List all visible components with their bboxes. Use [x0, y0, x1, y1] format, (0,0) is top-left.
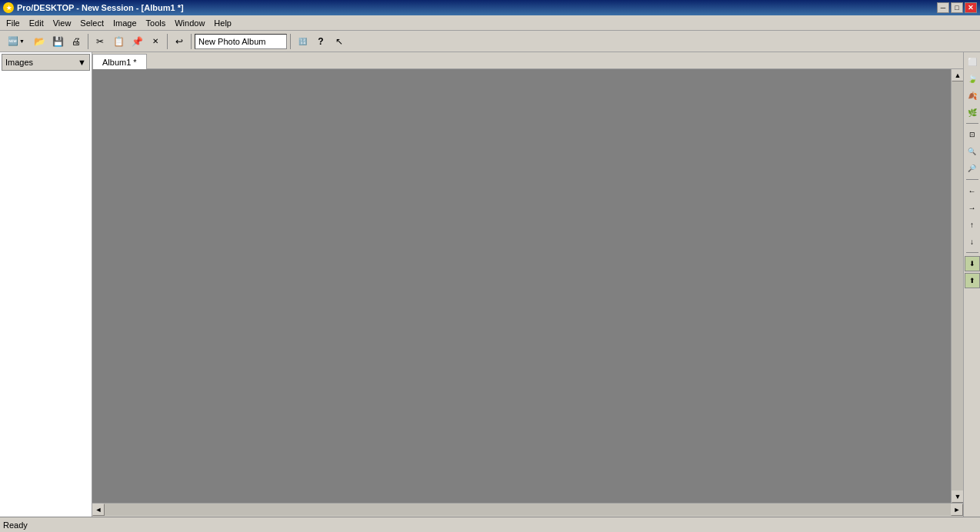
help-button[interactable]: ?: [312, 33, 329, 50]
toolbar-sep-2: [167, 34, 168, 49]
right-tool-sep-2: [966, 179, 978, 180]
import-button[interactable]: ⬇: [965, 256, 980, 271]
nav-right-button[interactable]: →: [965, 200, 980, 215]
tool-leaf1-button[interactable]: 🍃: [965, 71, 980, 86]
open-button[interactable]: 📂: [31, 33, 48, 50]
pointer-icon: ↖: [335, 36, 343, 47]
page-number-icon: 🔢: [298, 38, 307, 45]
delete-button[interactable]: ✕: [147, 33, 164, 50]
print-icon: 🖨: [72, 36, 81, 47]
title-bar-buttons: ─ □ ✕: [937, 2, 977, 13]
help-icon: ?: [318, 36, 323, 47]
pointer-button[interactable]: ↖: [331, 33, 348, 50]
toolbar-sep-1: [88, 34, 88, 49]
menu-bar: FileEditViewSelectImageToolsWindowHelp: [0, 15, 980, 31]
toolbar-sep-3: [191, 34, 192, 49]
new-dropdown-button[interactable]: 🆕 ▼: [3, 33, 29, 50]
album-name-field: New Photo Album: [195, 34, 287, 49]
toolbar-sep-4: [290, 34, 291, 49]
import-icon: ⬇: [969, 260, 975, 268]
arrow-down-icon: ↓: [970, 238, 974, 246]
tool-leaf3-button[interactable]: 🌿: [965, 105, 980, 120]
save-icon: 💾: [52, 36, 64, 47]
scroll-right-button[interactable]: ►: [951, 504, 963, 516]
page-number-button[interactable]: 🔢: [294, 33, 311, 50]
arrow-left-icon: ←: [968, 187, 976, 195]
arrow-right-icon: →: [968, 204, 976, 212]
zoom-in-icon: 🔍: [968, 148, 976, 155]
scroll-up-button[interactable]: ▲: [952, 69, 964, 81]
zoom-in-button[interactable]: 🔍: [965, 144, 980, 159]
leaf2-icon: 🍂: [968, 91, 977, 100]
menu-item-help[interactable]: Help: [209, 15, 236, 30]
select-rect-icon: ⬜: [968, 58, 977, 66]
print-button[interactable]: 🖨: [68, 33, 85, 50]
cut-button[interactable]: ✂: [92, 33, 108, 50]
tab-album1[interactable]: Album1 *: [92, 54, 147, 69]
zoom-out-button[interactable]: 🔎: [965, 161, 980, 176]
tab-label: Album1 *: [102, 58, 137, 67]
tool-leaf2-button[interactable]: 🍂: [965, 88, 980, 103]
cut-icon: ✂: [96, 36, 104, 47]
minimize-button[interactable]: ─: [937, 2, 949, 13]
h-scroll-track[interactable]: [105, 504, 951, 516]
copy-button[interactable]: 📋: [110, 33, 127, 50]
menu-item-window[interactable]: Window: [170, 15, 209, 30]
undo-button[interactable]: ↩: [171, 33, 188, 50]
fit-page-button[interactable]: ⊡: [965, 127, 980, 142]
images-dropdown-label: Images: [5, 58, 33, 67]
left-panel-content: [0, 72, 92, 517]
leaf1-icon: 🍃: [968, 75, 977, 83]
menu-item-view[interactable]: View: [48, 15, 76, 30]
images-dropdown-arrow: ▼: [78, 58, 86, 67]
close-button[interactable]: ✕: [965, 2, 977, 13]
main-area: Images ▼ Album1 * ▲ ▼ ◄ ►: [0, 52, 980, 517]
export-button[interactable]: ⬆: [965, 273, 980, 288]
horizontal-scrollbar: ◄ ►: [92, 503, 963, 517]
title-bar: ★ Pro/DESKTOP - New Session - [Album1 *]…: [0, 0, 980, 15]
canvas-area: [92, 69, 951, 503]
right-tool-sep-3: [966, 252, 978, 253]
delete-icon: ✕: [152, 37, 158, 45]
open-icon: 📂: [34, 36, 45, 47]
new-dropdown-arrow: ▼: [19, 38, 25, 44]
nav-left-button[interactable]: ←: [965, 183, 980, 198]
new-icon: 🆕: [8, 36, 18, 46]
title-bar-left: ★ Pro/DESKTOP - New Session - [Album1 *]: [3, 2, 184, 13]
arrow-up-icon: ↑: [970, 221, 974, 229]
scroll-down-button[interactable]: ▼: [952, 490, 964, 503]
menu-item-image[interactable]: Image: [108, 15, 142, 30]
select-rect-button[interactable]: ⬜: [965, 54, 980, 69]
tab-bar: Album1 *: [92, 52, 963, 69]
maximize-button[interactable]: □: [951, 2, 963, 13]
scroll-left-button[interactable]: ◄: [92, 504, 105, 516]
export-icon: ⬆: [969, 277, 975, 284]
zoom-out-icon: 🔎: [968, 165, 976, 172]
left-panel: Images ▼: [0, 52, 92, 517]
canvas-scroll-area: ▲ ▼: [92, 69, 963, 503]
vertical-scrollbar: ▲ ▼: [951, 69, 963, 503]
nav-up-button[interactable]: ↑: [965, 217, 980, 232]
center-area: Album1 * ▲ ▼ ◄ ►: [92, 52, 963, 517]
paste-button[interactable]: 📌: [128, 33, 145, 50]
status-bar: Ready: [0, 517, 980, 532]
undo-icon: ↩: [175, 36, 183, 47]
images-dropdown[interactable]: Images ▼: [2, 54, 90, 71]
app-icon: ★: [3, 2, 14, 13]
nav-down-button[interactable]: ↓: [965, 234, 980, 249]
paste-icon: 📌: [132, 36, 143, 47]
save-button[interactable]: 💾: [49, 33, 66, 50]
status-text: Ready: [3, 520, 28, 530]
right-tool-panel: ⬜ 🍃 🍂 🌿 ⊡ 🔍 🔎 ← → ↑ ↓: [963, 52, 980, 517]
menu-item-tools[interactable]: Tools: [142, 15, 171, 30]
leaf3-icon: 🌿: [968, 108, 977, 117]
scroll-track[interactable]: [952, 81, 963, 490]
menu-item-edit[interactable]: Edit: [25, 15, 48, 30]
toolbar: 🆕 ▼ 📂 💾 🖨 ✂ 📋 📌 ✕ ↩ New Photo Album 🔢 ? …: [0, 31, 980, 52]
copy-icon: 📋: [113, 36, 125, 47]
window-title: Pro/DESKTOP - New Session - [Album1 *]: [17, 3, 184, 12]
right-tool-sep-1: [966, 123, 978, 124]
fit-page-icon: ⊡: [969, 131, 975, 138]
menu-item-select[interactable]: Select: [75, 15, 108, 30]
menu-item-file[interactable]: File: [2, 15, 25, 30]
